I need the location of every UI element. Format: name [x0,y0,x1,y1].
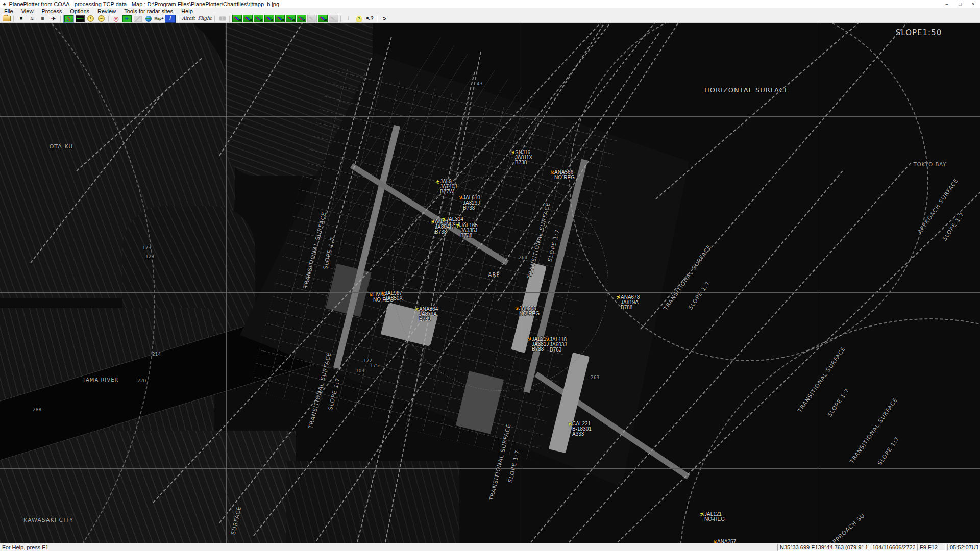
flight-report-button[interactable]: Flight [197,15,212,22]
aircraft-data-tag: ANA257 [717,539,736,543]
globe-icon [145,16,152,22]
tools-icon [134,16,142,22]
maximize-button[interactable]: □ [953,0,967,8]
chart-preset-9-button[interactable] [318,15,328,22]
chart-map-area[interactable]: SLOPE1:50HORIZONTAL SURFACETOKYO BAYOTA-… [0,22,980,543]
chart-spot-elevation: 220 [137,378,146,383]
aircraft-chart-button[interactable]: ✈ [122,15,132,22]
pencil-icon: / [348,16,349,21]
chart-preset-1-button[interactable] [232,15,242,22]
chart-label: OTA-KU [50,143,74,150]
open-chart-button[interactable] [2,15,11,22]
aircraft-data-tag: SNJ16JA811XB738 [515,150,532,165]
chart-label: ARP [488,272,500,278]
chart-spot-elevation: 173 [142,245,151,251]
help-button[interactable]: ? [354,15,364,22]
toolbar-separator [377,16,378,22]
record-icon: ◎ [113,16,118,22]
grid-line-vertical [522,22,522,543]
menu-item-help[interactable]: Help [177,8,197,15]
surface-limit-arc [393,176,608,391]
chart-spot-elevation: 260 [519,255,527,260]
raw-data-button[interactable]: ≈ [27,15,37,22]
chart-preset-8-button[interactable] [307,15,317,22]
aircraft-data-tag: JAL118JA603JB763 [550,337,567,353]
chart-spot-elevation: 123 [145,254,154,259]
chart-preset-6-button[interactable] [286,15,296,22]
menu-item-process[interactable]: Process [37,8,66,15]
expand-toolbar-button[interactable]: > [380,15,389,22]
coin-icon: + [87,15,94,22]
aircraft-data-tag: JAL121NO-REG [704,512,725,522]
minimize-button[interactable]: – [940,0,953,8]
chart-green-icon [232,15,242,22]
app-plane-icon: ✈ [2,1,7,8]
aircraft-data-tag: JAL9JA740JB77W [440,179,457,194]
chart-green-icon [264,15,274,22]
folder-icon [3,16,11,21]
stop-process-button[interactable]: ■ [16,15,26,22]
chart-green-icon [286,15,296,22]
menu-item-tools-for-radar-sites[interactable]: Tools for radar sites [120,8,177,15]
status-bar: For Help, press F1 N35°33.699 E139°44.76… [0,543,980,551]
toolbar-separator [178,16,179,22]
plane-green-icon: ✈ [122,15,132,22]
toolbar-separator [13,16,14,22]
signal-list-button[interactable]: ≡ [38,15,47,22]
menu-item-file[interactable]: File [0,8,17,15]
aircraft-view-button[interactable]: ✈ [48,15,58,22]
menu-bar: FileViewProcessOptionsReviewTools for ra… [0,8,980,15]
aircraft-data-tag: JAL967JA850X [385,291,403,301]
wave-icon: ≈ [30,16,34,21]
map-select-button[interactable]: Map+ [154,15,164,22]
aircraft-report-button[interactable]: Aircft [181,15,196,22]
chart-label: TAMA RIVER [83,377,119,383]
help-icon: ? [356,16,362,22]
close-button[interactable]: × [967,0,980,8]
chart-preset-5-button[interactable] [275,15,285,22]
text-icon: Aircft [182,16,195,21]
edit-blue-icon: / [169,16,171,21]
grid-line-horizontal [0,292,980,293]
chart-green-icon [275,15,285,22]
toolbar: ■≈≡✈+−◎✈Map+/AircftFlight/?↖?> [0,15,980,23]
range-rings-button[interactable]: ◎ [111,15,121,22]
chart-label: SLOPE1:50 [896,28,942,37]
chart-edit-button[interactable]: / [165,15,176,23]
chart-preset-7-button[interactable] [297,15,306,22]
context-help-button[interactable]: ↖? [365,15,375,22]
tools-button[interactable] [133,15,142,22]
world-map-button[interactable] [143,15,153,22]
chart-preset-3-button[interactable] [254,15,263,22]
aircraft-data-tag: JAL906NO-REG [519,306,540,316]
zoom-in-button[interactable]: + [86,15,95,22]
radar-scope-button[interactable] [75,15,85,22]
plane-icon: ✈ [51,16,56,22]
chart-grey-icon [329,15,338,22]
chart-preset-4-button[interactable] [264,15,274,22]
chart-view-button[interactable] [63,15,74,23]
search-button[interactable] [217,15,227,22]
chart-spot-elevation: 263 [591,375,599,380]
menu-item-options[interactable]: Options [66,8,93,15]
chart-preset-2-button[interactable] [243,15,253,22]
window-controls: – □ × [940,0,980,8]
chart-green-icon [254,15,263,22]
aircraft-data-tag: JAL165JA335JB738 [460,223,478,238]
aircraft-data-tag: JAL610JA329JB738 [463,195,480,211]
toolbar-separator [60,16,61,22]
binoc-icon [219,16,226,21]
chart-label: KAWASAKI CITY [23,517,74,523]
ctx-icon: ↖? [366,16,374,21]
zoom-out-button[interactable]: − [96,15,106,22]
chart-spot-elevation: 288 [33,407,41,412]
status-help-text: For Help, press F1 [0,544,777,550]
draw-button[interactable]: / [344,15,353,22]
menu-item-review[interactable]: Review [93,8,120,15]
map-plus-icon: Map+ [154,17,163,20]
chart-preset-10-button[interactable] [329,15,338,22]
menu-item-view[interactable]: View [17,8,38,15]
status-message-counts-field: 104/116606/27233 [870,544,916,551]
window-title: PlanePlotter from COAA - processing TCP … [9,1,279,7]
chart-green-icon [297,15,306,22]
